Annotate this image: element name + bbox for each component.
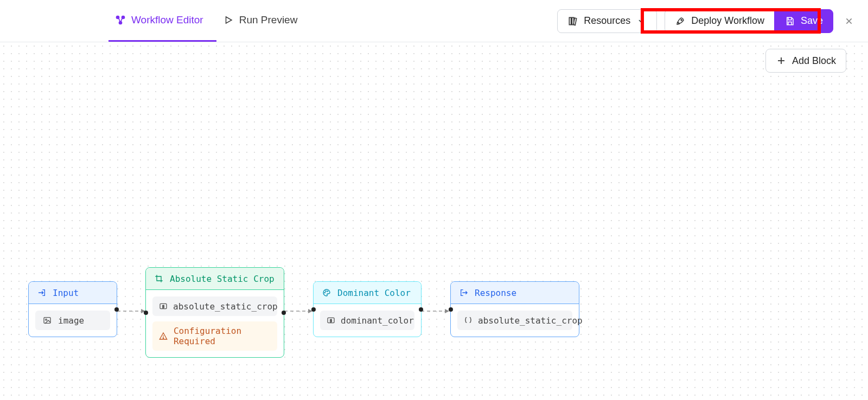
- tab-preview-label: Run Preview: [239, 14, 298, 26]
- resources-dropdown[interactable]: Resources: [557, 9, 657, 33]
- save-icon: [784, 16, 795, 27]
- node-input-title: Input: [29, 282, 117, 304]
- svg-point-15: [324, 292, 325, 293]
- resources-label: Resources: [584, 15, 630, 27]
- string-icon: S: [327, 315, 335, 326]
- node-input[interactable]: Input image: [28, 281, 117, 337]
- node-response[interactable]: Response absolute_static_crop: [450, 281, 579, 337]
- chevron-down-icon: [636, 16, 647, 27]
- node-response-title: Response: [451, 282, 579, 304]
- node-crop-title: Absolute Static Crop: [146, 268, 284, 289]
- node-dominant-chip-text: dominant_color: [341, 315, 414, 326]
- port-in[interactable]: [311, 307, 316, 312]
- node-input-chip[interactable]: image: [35, 311, 110, 330]
- port-in[interactable]: [144, 311, 148, 315]
- svg-point-2: [119, 22, 122, 24]
- deploy-label: Deploy Workflow: [691, 15, 764, 27]
- port-out[interactable]: [282, 311, 286, 315]
- edge-crop-to-dominant: [284, 311, 311, 312]
- image-icon: [42, 315, 53, 326]
- workflow-icon: [115, 15, 126, 25]
- header-bar: Workflow Editor Run Preview Resources: [0, 0, 868, 42]
- palette-icon: [321, 287, 332, 298]
- node-dominant-color[interactable]: Dominant Color S dominant_color: [313, 281, 422, 337]
- save-label: Save: [801, 15, 823, 27]
- port-out[interactable]: [114, 307, 119, 312]
- node-dominant-title-text: Dominant Color: [337, 288, 411, 298]
- node-crop-warning[interactable]: Configuration Required: [152, 321, 277, 351]
- node-crop-chip-text: absolute_static_crop: [173, 301, 278, 312]
- node-input-chip-text: image: [58, 315, 84, 326]
- edge-input-to-crop: [117, 311, 144, 312]
- rocket-icon: [675, 16, 686, 27]
- warning-icon: [159, 331, 168, 341]
- svg-text:S: S: [330, 319, 332, 323]
- node-response-chip[interactable]: absolute_static_crop: [457, 311, 572, 330]
- tab-editor-label: Workflow Editor: [131, 14, 203, 26]
- svg-point-16: [326, 291, 326, 292]
- tab-run-preview[interactable]: Run Preview: [216, 0, 311, 42]
- header-actions: Resources Deploy Workflow Save: [557, 9, 857, 33]
- login-icon: [36, 287, 47, 298]
- add-block-button[interactable]: Add Block: [765, 49, 846, 73]
- node-dominant-chip[interactable]: S dominant_color: [320, 311, 414, 330]
- string-icon: S: [159, 301, 168, 312]
- svg-text:S: S: [162, 305, 164, 309]
- plus-icon: [776, 55, 787, 66]
- save-button[interactable]: Save: [774, 9, 833, 33]
- add-block-label: Add Block: [792, 55, 836, 67]
- play-icon: [223, 15, 234, 25]
- svg-point-10: [46, 319, 47, 320]
- node-response-chip-text: absolute_static_crop: [478, 315, 583, 326]
- node-response-title-text: Response: [475, 288, 516, 298]
- deploy-workflow-button[interactable]: Deploy Workflow: [665, 9, 774, 33]
- svg-marker-3: [226, 17, 232, 23]
- tabs: Workflow Editor Run Preview: [108, 0, 310, 42]
- tab-workflow-editor[interactable]: Workflow Editor: [108, 0, 216, 42]
- port-in[interactable]: [449, 307, 453, 312]
- svg-point-17: [327, 291, 328, 292]
- svg-rect-9: [44, 318, 50, 324]
- crop-icon: [154, 273, 164, 284]
- logout-icon: [458, 287, 469, 298]
- node-input-title-text: Input: [53, 288, 79, 298]
- node-dominant-title: Dominant Color: [314, 282, 421, 304]
- close-button[interactable]: [841, 13, 857, 29]
- svg-point-4: [681, 19, 682, 20]
- port-out[interactable]: [419, 307, 423, 312]
- node-absolute-static-crop[interactable]: Absolute Static Crop S absolute_static_c…: [145, 267, 284, 358]
- edge-dominant-to-response: [421, 311, 448, 312]
- node-crop-title-text: Absolute Static Crop: [170, 274, 275, 284]
- node-crop-warning-text: Configuration Required: [174, 326, 271, 346]
- workflow-canvas[interactable]: Add Block Input image A: [0, 42, 868, 400]
- books-icon: [567, 16, 578, 27]
- node-crop-chip[interactable]: S absolute_static_crop: [152, 296, 277, 316]
- braces-icon: [464, 315, 473, 326]
- deploy-save-group: Deploy Workflow Save: [665, 9, 833, 33]
- svg-point-14: [163, 338, 164, 338]
